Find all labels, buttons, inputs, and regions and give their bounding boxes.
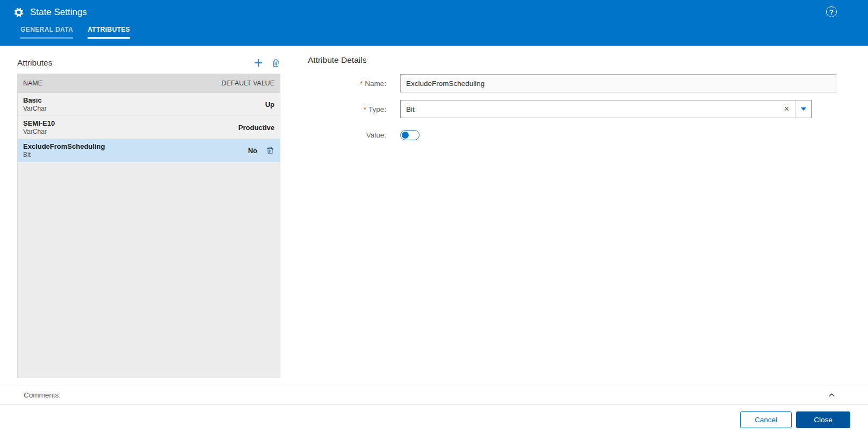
value-field-row: Value: bbox=[308, 126, 836, 144]
dropdown-button[interactable] bbox=[795, 100, 811, 118]
row-delete-button[interactable] bbox=[266, 146, 274, 155]
attributes-toolbar: + bbox=[254, 57, 280, 68]
trash-icon bbox=[271, 59, 280, 68]
name-field-label: *Name: bbox=[308, 80, 400, 88]
state-settings-window: State Settings ? GENERAL DATA ATTRIBUTES… bbox=[0, 0, 868, 448]
type-field-label: *Type: bbox=[308, 105, 400, 113]
name-label-text: Name: bbox=[365, 80, 386, 88]
tab-general-data[interactable]: GENERAL DATA bbox=[20, 26, 73, 39]
table-row[interactable]: SEMI-E10 VarChar Productive bbox=[18, 116, 280, 139]
chevron-up-icon bbox=[828, 391, 836, 399]
attribute-default-value: Up bbox=[265, 100, 274, 109]
attribute-type: VarChar bbox=[23, 128, 55, 135]
attribute-name: ExcludeFromScheduling bbox=[23, 142, 105, 150]
toggle-knob bbox=[402, 132, 409, 139]
name-field-row: *Name: bbox=[308, 74, 836, 92]
required-asterisk: * bbox=[364, 105, 366, 113]
comments-bar: Comments: bbox=[0, 386, 868, 404]
attribute-default-value: No bbox=[248, 147, 257, 155]
attribute-name: SEMI-E10 bbox=[23, 119, 55, 127]
gear-icon bbox=[13, 7, 24, 18]
tab-bar: GENERAL DATA ATTRIBUTES bbox=[20, 26, 130, 39]
value-label-text: Value: bbox=[366, 131, 386, 139]
tab-attributes[interactable]: ATTRIBUTES bbox=[88, 26, 130, 39]
title-row: State Settings bbox=[0, 0, 868, 25]
attributes-table-header: NAME DEFAULT VALUE bbox=[18, 74, 280, 93]
trash-icon bbox=[266, 146, 274, 155]
page-title: State Settings bbox=[30, 7, 87, 18]
cancel-button[interactable]: Cancel bbox=[740, 411, 792, 428]
attribute-details-form: *Name: *Type: Bit × Value: bbox=[308, 74, 836, 144]
row-name-cell: Basic VarChar bbox=[23, 96, 47, 112]
table-row[interactable]: Basic VarChar Up bbox=[18, 93, 280, 116]
chevron-down-icon bbox=[801, 107, 806, 111]
value-field-label: Value: bbox=[308, 131, 400, 139]
table-row-selected[interactable]: ExcludeFromScheduling Bit No bbox=[18, 139, 280, 162]
type-selected-value: Bit bbox=[401, 105, 415, 113]
type-label-text: Type: bbox=[368, 105, 386, 113]
add-attribute-button[interactable]: + bbox=[254, 57, 263, 68]
required-asterisk: * bbox=[360, 80, 363, 88]
table-empty-area bbox=[18, 162, 280, 378]
attribute-details-title: Attribute Details bbox=[308, 55, 836, 70]
name-field[interactable] bbox=[400, 74, 836, 92]
clear-icon[interactable]: × bbox=[778, 104, 795, 114]
type-combobox[interactable]: Bit × bbox=[400, 100, 812, 118]
help-glyph: ? bbox=[829, 8, 834, 16]
footer-actions: Cancel Close bbox=[740, 411, 850, 428]
row-name-cell: ExcludeFromScheduling Bit bbox=[23, 142, 105, 158]
type-field-row: *Type: Bit × bbox=[308, 100, 836, 118]
attribute-details-panel: Attribute Details *Name: *Type: Bit × bbox=[308, 55, 836, 151]
attribute-type: Bit bbox=[23, 151, 105, 158]
attribute-name: Basic bbox=[23, 96, 47, 104]
attribute-type: VarChar bbox=[23, 105, 47, 112]
attributes-panel: Attributes + NAME DEFAULT VALUE Basic bbox=[17, 55, 280, 378]
attribute-default-value: Productive bbox=[238, 124, 274, 132]
delete-attribute-button[interactable] bbox=[271, 59, 280, 68]
column-header-name: NAME bbox=[23, 80, 42, 87]
attributes-panel-title: Attributes bbox=[17, 58, 52, 68]
header: State Settings ? GENERAL DATA ATTRIBUTES bbox=[0, 0, 868, 46]
comments-label: Comments: bbox=[24, 391, 61, 399]
attributes-panel-header: Attributes + bbox=[17, 55, 280, 70]
column-header-default-value: DEFAULT VALUE bbox=[221, 80, 274, 87]
collapse-comments-button[interactable] bbox=[828, 391, 836, 399]
help-icon[interactable]: ? bbox=[826, 6, 837, 17]
close-button[interactable]: Close bbox=[796, 411, 850, 428]
row-name-cell: SEMI-E10 VarChar bbox=[23, 119, 55, 135]
attributes-table: NAME DEFAULT VALUE Basic VarChar Up SEMI… bbox=[17, 74, 280, 378]
value-toggle[interactable] bbox=[400, 130, 419, 140]
